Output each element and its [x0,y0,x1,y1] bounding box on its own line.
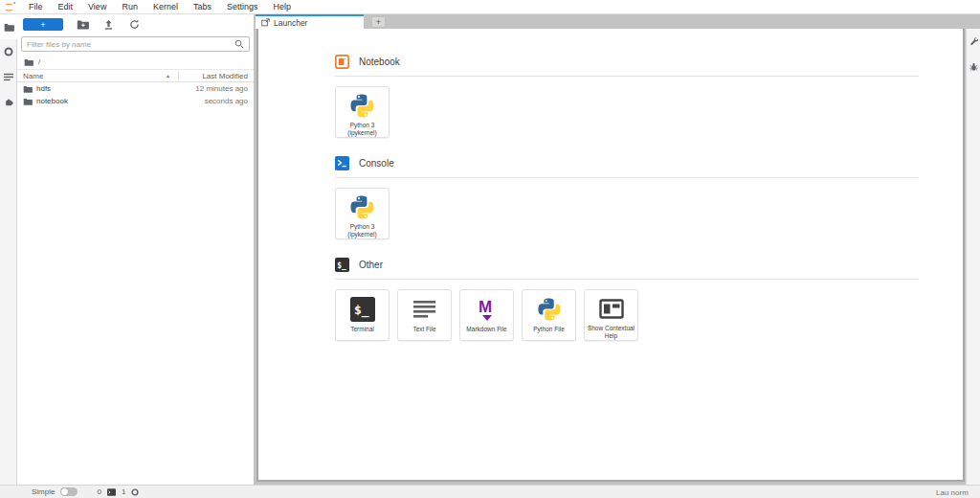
terminal-count-icon[interactable] [107,488,116,496]
python-logo-icon [349,93,375,119]
launcher-body: Notebook Python 3 (ipykernel) [258,29,963,341]
folder-icon [23,85,33,93]
launcher-card-markdown-file[interactable]: M Markdown File [459,289,514,341]
toggle-knob [61,488,68,495]
terminal-icon: $_ [335,258,349,272]
file-name: hdfs [36,84,51,93]
launcher-card-show-contextual-help[interactable]: Show Contextual Help [584,289,638,341]
simple-mode-toggle[interactable] [60,487,78,496]
card-label: Python 3 (ipykernel) [347,122,376,137]
jupyter-logo-icon [2,1,17,13]
folder-icon [23,98,33,105]
terminal-icon: $_ [350,296,375,323]
menu-help[interactable]: Help [265,0,299,13]
text-file-icon [412,296,436,323]
menu-file[interactable]: File [21,0,51,13]
file-filter-box [21,36,250,52]
file-row-notebook[interactable]: notebook seconds ago [17,95,254,107]
launcher-card-console-python3[interactable]: Python 3 (ipykernel) [335,188,390,239]
card-label: Python File [533,326,565,333]
console-icon [335,156,349,170]
status-bar: Simple 0 1 Lau norm [0,485,980,498]
card-label: Terminal [350,326,374,333]
sort-ascending-icon[interactable]: ▲ [166,73,178,79]
card-label: Python 3 (ipykernel) [347,223,376,238]
column-header-last-modified[interactable]: Last Modified [179,72,248,80]
simple-mode-label: Simple [32,487,55,496]
launcher-card-text-file[interactable]: Text File [397,289,452,341]
card-label: Show Contextual Help [588,325,635,340]
menu-bar: File Edit View Run Kernel Tabs Settings … [0,0,980,14]
section-divider [335,279,919,280]
card-label: Text File [412,326,435,333]
launcher-card-terminal[interactable]: $_ Terminal [335,289,390,341]
svg-text:$_: $_ [354,303,369,318]
folder-icon [4,23,14,32]
sidebar-item-extensions[interactable] [0,89,17,114]
refresh-icon [129,19,140,30]
column-header-name[interactable]: Name [23,72,43,80]
new-folder-button[interactable] [76,18,89,31]
main-dock-area: Launcher + Notebook [254,14,980,485]
property-inspector-wrench-icon[interactable] [969,36,978,45]
menu-run[interactable]: Run [114,0,145,13]
file-modified: 12 minutes ago [195,84,248,93]
left-sidebar [0,14,17,485]
kernel-count[interactable]: 1 [122,487,125,496]
terminal-count[interactable]: 0 [97,487,100,496]
breadcrumb-root[interactable]: / [38,57,40,66]
tab-launcher[interactable]: Launcher [256,14,364,29]
section-divider [335,76,919,77]
menu-kernel[interactable]: Kernel [145,0,186,13]
launcher-tab-icon [261,18,270,27]
file-browser-panel: + / [17,14,254,485]
launcher-section-console: Console Python 3 (ipykernel) [335,155,919,239]
file-name: notebook [36,97,68,105]
menu-tabs[interactable]: Tabs [186,0,219,13]
tab-label: Launcher [274,18,307,28]
section-divider [335,177,919,178]
new-folder-icon [77,19,89,30]
menu-view[interactable]: View [80,0,114,13]
status-right-text: Lau norm [936,488,969,497]
launcher-card-notebook-python3[interactable]: Python 3 (ipykernel) [335,86,390,138]
file-modified: seconds ago [205,97,248,105]
upload-icon [103,19,114,31]
tab-bar: Launcher + [254,14,980,29]
card-label: Markdown File [466,326,506,333]
file-browser-toolbar: + [17,14,254,34]
markdown-file-icon: M [476,296,499,323]
breadcrumb: / [17,54,254,69]
menu-edit[interactable]: Edit [51,0,81,13]
svg-text:M: M [479,298,492,316]
refresh-button[interactable] [127,18,141,31]
section-title: Other [359,260,383,270]
new-tab-button[interactable]: + [371,16,386,28]
launcher-section-notebook: Notebook Python 3 (ipykernel) [335,54,919,138]
kernel-count-icon[interactable] [131,488,139,496]
search-icon [234,39,244,49]
python-logo-icon [537,296,562,323]
new-launcher-button[interactable]: + [23,18,63,31]
launcher-section-other: $_ Other $_ Terminal [335,257,919,341]
file-list-header: Name ▲ Last Modified [17,69,254,82]
sidebar-item-file-browser[interactable] [0,14,17,39]
menu-settings[interactable]: Settings [219,0,266,13]
upload-button[interactable] [101,18,115,31]
home-folder-icon[interactable] [24,58,33,66]
notebook-icon [335,55,349,69]
contextual-help-icon [599,296,624,322]
running-kernels-icon [4,47,13,57]
debugger-bug-icon[interactable] [969,62,978,72]
right-sidebar [966,29,980,485]
table-of-contents-icon [4,73,13,81]
launcher-panel: Notebook Python 3 (ipykernel) [256,29,965,482]
file-filter-input[interactable] [27,40,234,49]
sidebar-item-running-kernels[interactable] [0,39,17,64]
section-title: Console [359,158,394,169]
file-row-hdfs[interactable]: hdfs 12 minutes ago [17,82,254,95]
sidebar-item-table-of-contents[interactable] [0,64,17,89]
section-title: Notebook [359,57,400,67]
extensions-puzzle-icon [4,97,13,106]
launcher-card-python-file[interactable]: Python File [522,289,576,341]
